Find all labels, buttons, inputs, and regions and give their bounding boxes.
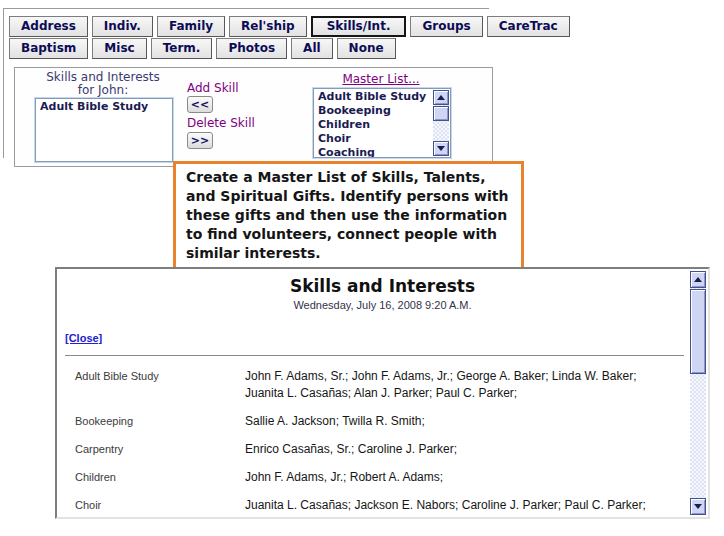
up-arrow-icon <box>694 277 702 282</box>
report-window: Skills and Interests Wednesday, July 16,… <box>55 267 710 519</box>
skill-name: Choir <box>75 497 245 514</box>
skill-name: Bookeeping <box>75 413 245 430</box>
master-list-item[interactable]: Adult Bible Study <box>314 89 433 103</box>
delete-skill-label: Delete Skill <box>187 116 255 130</box>
member-skill-item[interactable]: Adult Bible Study <box>36 99 172 113</box>
scroll-up-button[interactable] <box>433 90 449 105</box>
skill-people: Enrico Casañas, Sr.; Caroline J. Parker; <box>245 441 678 458</box>
tab-button[interactable]: Address <box>9 16 88 37</box>
tab-button[interactable]: Term. <box>151 38 213 59</box>
report-rows: Adult Bible Study John F. Adams, Sr.; Jo… <box>75 368 678 514</box>
skills-panel: Skills and Interests for John: Adult Bib… <box>14 67 493 167</box>
tab-button[interactable]: Rel'ship <box>229 16 307 37</box>
skill-people: Juanita L. Casañas; Jackson E. Nabors; C… <box>245 497 678 514</box>
skill-people: John F. Adams, Jr.; Robert A. Adams; <box>245 469 678 486</box>
down-arrow-icon <box>694 504 702 509</box>
skill-people: John F. Adams, Sr.; John F. Adams, Jr.; … <box>245 368 678 402</box>
report-divider <box>65 355 684 356</box>
report-row: Children John F. Adams, Jr.; Robert A. A… <box>75 469 678 486</box>
down-arrow-icon <box>437 146 445 151</box>
skill-name: Children <box>75 469 245 486</box>
delete-skill-button[interactable]: >> <box>187 132 213 149</box>
report-scrollbar[interactable] <box>690 271 706 515</box>
tab-row-2: BaptismMiscTerm.PhotosAllNone <box>9 37 400 59</box>
master-list-item[interactable]: Coaching <box>314 145 433 158</box>
add-skill-label: Add Skill <box>187 81 239 95</box>
master-list-scrollbar[interactable] <box>433 90 449 156</box>
tab-button[interactable]: Photos <box>216 38 287 59</box>
member-window-frame: AddressIndiv.FamilyRel'shipSkills/Int.Gr… <box>3 8 489 158</box>
master-list-item[interactable]: Children <box>314 117 433 131</box>
scroll-thumb[interactable] <box>690 289 706 374</box>
report-row: Carpentry Enrico Casañas, Sr.; Caroline … <box>75 441 678 458</box>
annotation-callout: Create a Master List of Skills, Talents,… <box>173 161 524 272</box>
tab-button[interactable]: CareTrac <box>487 16 570 37</box>
tab-button[interactable]: Skills/Int. <box>311 16 407 37</box>
member-skills-label: Skills and Interests for John: <box>23 71 183 97</box>
master-list-item[interactable]: Bookeeping <box>314 103 433 117</box>
close-link[interactable]: [Close] <box>65 332 102 344</box>
member-skills-label-line2: for John: <box>23 84 183 97</box>
tab-row-1: AddressIndiv.FamilyRel'shipSkills/Int.Gr… <box>9 15 574 37</box>
add-skill-button[interactable]: << <box>187 96 213 113</box>
master-list-item[interactable]: Choir <box>314 131 433 145</box>
report-row: Adult Bible Study John F. Adams, Sr.; Jo… <box>75 368 678 402</box>
report-date: Wednesday, July 16, 2008 9:20 A.M. <box>57 299 708 311</box>
screen: AddressIndiv.FamilyRel'shipSkills/Int.Gr… <box>0 0 724 536</box>
tab-button[interactable]: Baptism <box>9 38 88 59</box>
tab-button[interactable]: Indiv. <box>92 16 153 37</box>
tab-button[interactable]: None <box>337 38 396 59</box>
master-list-items: Adult Bible StudyBookeepingChildrenChoir… <box>314 89 433 158</box>
scroll-up-button[interactable] <box>690 271 706 288</box>
skill-name: Adult Bible Study <box>75 368 245 402</box>
tab-button[interactable]: Misc <box>92 38 146 59</box>
tab-button[interactable]: All <box>291 38 333 59</box>
scroll-down-button[interactable] <box>433 141 449 156</box>
scroll-track[interactable] <box>690 374 706 498</box>
report-title: Skills and Interests <box>57 276 708 296</box>
master-list-link[interactable]: Master List... <box>313 72 449 86</box>
up-arrow-icon <box>437 95 445 100</box>
report-row: Choir Juanita L. Casañas; Jackson E. Nab… <box>75 497 678 514</box>
scroll-thumb[interactable] <box>433 106 449 121</box>
scroll-down-button[interactable] <box>690 498 706 515</box>
master-listbox[interactable]: Adult Bible StudyBookeepingChildrenChoir… <box>313 88 451 158</box>
skill-people: Sallie A. Jackson; Twilla R. Smith; <box>245 413 678 430</box>
tab-button[interactable]: Family <box>157 16 225 37</box>
tab-button[interactable]: Groups <box>410 16 482 37</box>
member-skills-listbox[interactable]: Adult Bible Study <box>35 98 173 162</box>
skill-name: Carpentry <box>75 441 245 458</box>
scroll-track[interactable] <box>433 121 449 141</box>
report-row: Bookeeping Sallie A. Jackson; Twilla R. … <box>75 413 678 430</box>
